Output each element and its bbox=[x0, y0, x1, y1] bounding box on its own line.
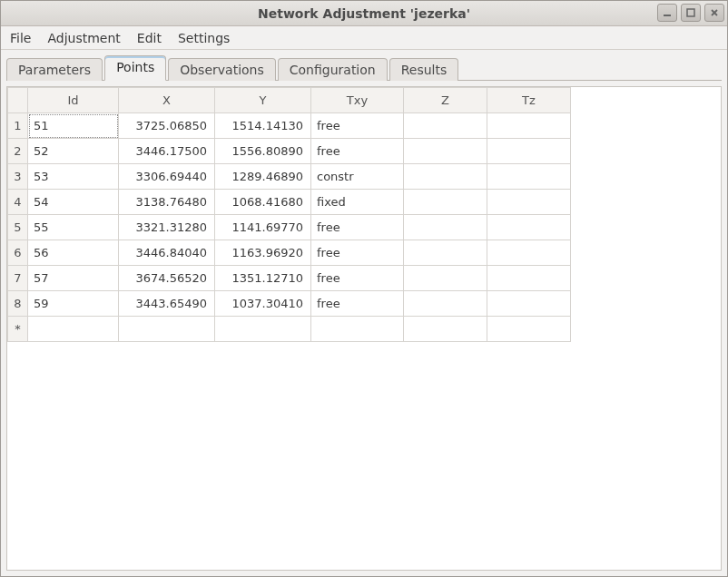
col-header-x[interactable]: X bbox=[119, 88, 215, 113]
col-header-z[interactable]: Z bbox=[404, 88, 487, 113]
table-row[interactable]: 5553321.312801141.69770free bbox=[8, 215, 571, 240]
close-button[interactable] bbox=[704, 4, 724, 22]
cell-id[interactable]: 54 bbox=[28, 190, 119, 215]
cell-z[interactable] bbox=[404, 190, 487, 215]
cell-id[interactable]: 55 bbox=[28, 215, 119, 240]
table-row[interactable]: 6563446.840401163.96920free bbox=[8, 240, 571, 266]
cell-y[interactable]: 1037.30410 bbox=[215, 291, 311, 317]
row-header[interactable]: 4 bbox=[8, 190, 28, 215]
cell-txy[interactable]: free bbox=[311, 113, 404, 139]
tab-parameters[interactable]: Parameters bbox=[6, 58, 103, 81]
col-header-txy[interactable]: Txy bbox=[311, 88, 404, 113]
cell-z[interactable] bbox=[404, 164, 487, 190]
cell-id[interactable]: 51 bbox=[28, 113, 119, 139]
cell-y[interactable]: 1163.96920 bbox=[215, 240, 311, 266]
cell-id[interactable]: 52 bbox=[28, 139, 119, 164]
cell-z[interactable] bbox=[404, 215, 487, 240]
cell-tz[interactable] bbox=[487, 113, 571, 139]
points-table[interactable]: Id X Y Txy Z Tz 1513725.068501514.14130f… bbox=[7, 87, 571, 342]
cell-x[interactable]: 3446.84040 bbox=[119, 240, 215, 266]
cell-x[interactable]: 3725.06850 bbox=[119, 113, 215, 139]
cell-y[interactable]: 1351.12710 bbox=[215, 266, 311, 291]
row-header[interactable]: 5 bbox=[8, 215, 28, 240]
table-body: 1513725.068501514.14130free2523446.17500… bbox=[8, 113, 571, 342]
cell-id[interactable]: 59 bbox=[28, 291, 119, 317]
app-window: Network Adjustment 'jezerka' File Adjust… bbox=[0, 0, 728, 577]
cell-txy[interactable]: fixed bbox=[311, 190, 404, 215]
table-row[interactable]: 7573674.565201351.12710free bbox=[8, 266, 571, 291]
cell-tz[interactable] bbox=[487, 317, 571, 342]
cell-x[interactable] bbox=[119, 317, 215, 342]
tab-points[interactable]: Points bbox=[104, 55, 166, 81]
menu-adjustment[interactable]: Adjustment bbox=[47, 31, 120, 45]
table-row[interactable]: 1513725.068501514.14130free bbox=[8, 113, 571, 139]
minimize-button[interactable] bbox=[657, 4, 677, 22]
cell-y[interactable]: 1068.41680 bbox=[215, 190, 311, 215]
cell-id[interactable]: 53 bbox=[28, 164, 119, 190]
cell-x[interactable]: 3138.76480 bbox=[119, 190, 215, 215]
cell-txy[interactable]: constr bbox=[311, 164, 404, 190]
row-header[interactable]: 7 bbox=[8, 266, 28, 291]
cell-tz[interactable] bbox=[487, 164, 571, 190]
cell-x[interactable]: 3306.69440 bbox=[119, 164, 215, 190]
svg-rect-1 bbox=[687, 9, 694, 16]
tab-bar-container: Parameters Points Observations Configura… bbox=[1, 50, 727, 81]
col-header-id[interactable]: Id bbox=[28, 88, 119, 113]
cell-tz[interactable] bbox=[487, 139, 571, 164]
cell-z[interactable] bbox=[404, 240, 487, 266]
cell-z[interactable] bbox=[404, 113, 487, 139]
cell-txy[interactable]: free bbox=[311, 240, 404, 266]
window-buttons bbox=[657, 4, 724, 22]
cell-y[interactable] bbox=[215, 317, 311, 342]
cell-id[interactable]: 57 bbox=[28, 266, 119, 291]
col-header-tz[interactable]: Tz bbox=[487, 88, 571, 113]
cell-x[interactable]: 3321.31280 bbox=[119, 215, 215, 240]
svg-rect-0 bbox=[664, 15, 671, 16]
table-row[interactable]: * bbox=[8, 317, 571, 342]
table-header-row: Id X Y Txy Z Tz bbox=[8, 88, 571, 113]
cell-id[interactable]: 56 bbox=[28, 240, 119, 266]
cell-txy[interactable]: free bbox=[311, 291, 404, 317]
cell-x[interactable]: 3674.56520 bbox=[119, 266, 215, 291]
row-header[interactable]: 6 bbox=[8, 240, 28, 266]
cell-tz[interactable] bbox=[487, 266, 571, 291]
cell-txy[interactable] bbox=[311, 317, 404, 342]
table-row[interactable]: 8593443.654901037.30410free bbox=[8, 291, 571, 317]
table-row[interactable]: 3533306.694401289.46890constr bbox=[8, 164, 571, 190]
cell-y[interactable]: 1141.69770 bbox=[215, 215, 311, 240]
menu-edit[interactable]: Edit bbox=[137, 31, 162, 45]
cell-z[interactable] bbox=[404, 139, 487, 164]
table-row[interactable]: 2523446.175001556.80890free bbox=[8, 139, 571, 164]
cell-z[interactable] bbox=[404, 317, 487, 342]
cell-z[interactable] bbox=[404, 266, 487, 291]
tab-observations[interactable]: Observations bbox=[168, 58, 276, 81]
cell-y[interactable]: 1514.14130 bbox=[215, 113, 311, 139]
corner-header[interactable] bbox=[8, 88, 28, 113]
cell-txy[interactable]: free bbox=[311, 266, 404, 291]
cell-txy[interactable]: free bbox=[311, 215, 404, 240]
cell-z[interactable] bbox=[404, 291, 487, 317]
cell-tz[interactable] bbox=[487, 291, 571, 317]
table-row[interactable]: 4543138.764801068.41680fixed bbox=[8, 190, 571, 215]
tab-configuration[interactable]: Configuration bbox=[278, 58, 388, 81]
cell-tz[interactable] bbox=[487, 190, 571, 215]
menu-file[interactable]: File bbox=[10, 31, 31, 45]
cell-id[interactable] bbox=[28, 317, 119, 342]
cell-txy[interactable]: free bbox=[311, 139, 404, 164]
cell-y[interactable]: 1556.80890 bbox=[215, 139, 311, 164]
cell-x[interactable]: 3443.65490 bbox=[119, 291, 215, 317]
maximize-button[interactable] bbox=[681, 4, 701, 22]
row-header[interactable]: 8 bbox=[8, 291, 28, 317]
cell-y[interactable]: 1289.46890 bbox=[215, 164, 311, 190]
menu-settings[interactable]: Settings bbox=[178, 31, 230, 45]
cell-tz[interactable] bbox=[487, 240, 571, 266]
cell-tz[interactable] bbox=[487, 215, 571, 240]
cell-x[interactable]: 3446.17500 bbox=[119, 139, 215, 164]
row-header[interactable]: 2 bbox=[8, 139, 28, 164]
row-header[interactable]: * bbox=[8, 317, 28, 342]
menu-bar: File Adjustment Edit Settings bbox=[1, 26, 727, 50]
col-header-y[interactable]: Y bbox=[215, 88, 311, 113]
row-header[interactable]: 3 bbox=[8, 164, 28, 190]
row-header[interactable]: 1 bbox=[8, 113, 28, 139]
tab-results[interactable]: Results bbox=[389, 58, 459, 81]
